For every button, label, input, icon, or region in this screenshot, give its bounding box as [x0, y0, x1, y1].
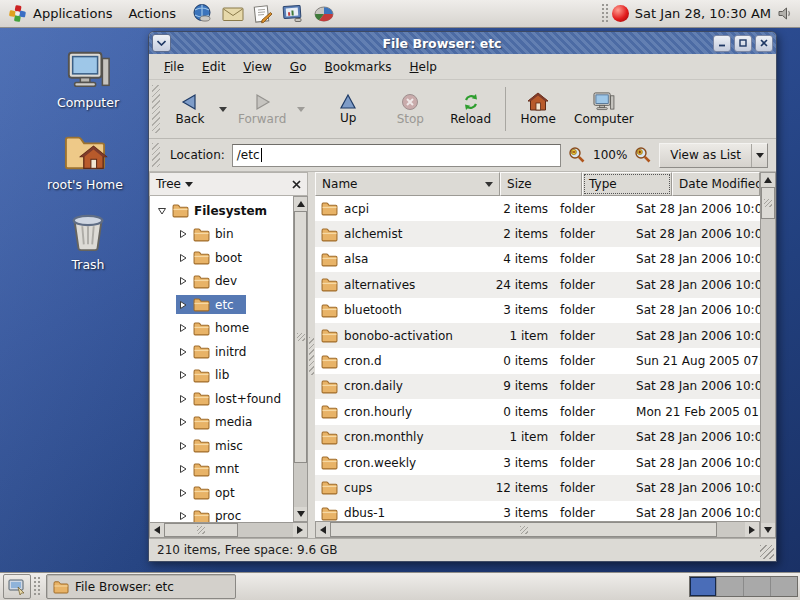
- file-row[interactable]: acpi 2 items folder Sat 28 Jan 2006 10:0…: [315, 196, 760, 221]
- workspace-3[interactable]: [743, 577, 770, 596]
- scrollbar-track[interactable]: [294, 463, 307, 507]
- menu-view[interactable]: View: [234, 56, 280, 78]
- scroll-up-button[interactable]: [294, 197, 307, 211]
- tree-item-lib[interactable]: lib: [150, 364, 293, 388]
- tree-item-filesystem[interactable]: Filesystem: [150, 199, 293, 223]
- scrollbar-thumb[interactable]: [330, 522, 717, 537]
- zoom-level[interactable]: 100%: [593, 148, 627, 162]
- column-header-date-modified[interactable]: Date Modified: [672, 172, 760, 196]
- expander-icon[interactable]: [178, 441, 188, 451]
- tree-item-home[interactable]: home: [150, 317, 293, 341]
- menu-help[interactable]: Help: [401, 56, 446, 78]
- sidebar-close-icon[interactable]: [292, 180, 301, 189]
- list-horizontal-scrollbar[interactable]: [315, 521, 760, 538]
- zoom-out-icon[interactable]: [568, 146, 586, 164]
- toolbar-drag-handle[interactable]: [152, 85, 160, 133]
- expander-icon[interactable]: [178, 511, 188, 521]
- tree-item-proc[interactable]: proc: [150, 505, 293, 523]
- view-mode-arrow[interactable]: [751, 144, 767, 167]
- file-row[interactable]: bonobo-activation 1 item folder Sat 28 J…: [315, 323, 760, 348]
- scrollbar-thumb[interactable]: [761, 187, 775, 219]
- scroll-down-button[interactable]: [761, 523, 775, 537]
- file-row[interactable]: alchemist 2 items folder Sat 28 Jan 2006…: [315, 221, 760, 246]
- show-desktop-button[interactable]: [3, 574, 31, 599]
- main-menu-actions[interactable]: Actions: [120, 0, 184, 27]
- tree-horizontal-scrollbar[interactable]: [149, 522, 308, 538]
- computer-button[interactable]: Computer: [565, 89, 643, 129]
- column-header-type[interactable]: Type: [582, 172, 672, 196]
- maximize-button[interactable]: [734, 35, 752, 52]
- expander-icon[interactable]: [178, 300, 188, 310]
- expander-icon[interactable]: [178, 229, 188, 239]
- workspace-4[interactable]: [770, 577, 797, 596]
- desktop-icon-computer[interactable]: Computer: [43, 50, 133, 110]
- sidebar-selector-arrow[interactable]: [185, 182, 193, 187]
- file-row[interactable]: cron.monthly 1 item folder Sat 28 Jan 20…: [315, 425, 760, 450]
- file-row[interactable]: alsa 4 items folder Sat 28 Jan 2006 10:0…: [315, 247, 760, 272]
- file-row[interactable]: cron.hourly 0 items folder Mon 21 Feb 20…: [315, 399, 760, 424]
- scroll-right-button[interactable]: [745, 522, 759, 537]
- scroll-down-button[interactable]: [294, 507, 307, 521]
- tree-item-dev[interactable]: dev: [150, 270, 293, 294]
- desktop-icon-roots-home[interactable]: root's Home: [40, 130, 130, 192]
- actions-menu-label[interactable]: Actions: [128, 6, 176, 21]
- redhat-menu-icon[interactable]: [8, 4, 27, 23]
- menu-bookmarks[interactable]: Bookmarks: [315, 56, 400, 78]
- up-button[interactable]: Up: [321, 90, 375, 128]
- tree-item-opt[interactable]: opt: [150, 481, 293, 505]
- expander-open-icon[interactable]: [157, 206, 167, 216]
- presentation-launcher-icon[interactable]: [282, 4, 304, 23]
- scroll-left-button[interactable]: [316, 522, 330, 537]
- menu-go[interactable]: Go: [281, 56, 316, 78]
- scroll-up-button[interactable]: [761, 173, 775, 187]
- back-button[interactable]: Back: [163, 90, 217, 129]
- expander-icon[interactable]: [178, 394, 188, 404]
- file-row[interactable]: cups 12 items folder Sat 28 Jan 2006 10:…: [315, 475, 760, 500]
- file-row[interactable]: alternatives 24 items folder Sat 28 Jan …: [315, 272, 760, 297]
- file-row[interactable]: cron.weekly 3 items folder Sat 28 Jan 20…: [315, 450, 760, 475]
- splitter-grip-icon[interactable]: [309, 337, 314, 375]
- expander-icon[interactable]: [178, 370, 188, 380]
- home-button[interactable]: Home: [511, 89, 565, 129]
- email-launcher-icon[interactable]: [222, 5, 244, 23]
- column-header-size[interactable]: Size: [500, 172, 582, 196]
- scrollbar-track[interactable]: [761, 219, 775, 523]
- web-browser-launcher-icon[interactable]: [192, 3, 213, 24]
- pane-splitter[interactable]: [308, 172, 315, 538]
- tree-vertical-scrollbar[interactable]: [293, 196, 308, 522]
- close-button[interactable]: [755, 35, 773, 52]
- workspace-2[interactable]: [716, 577, 743, 596]
- column-header-name[interactable]: Name: [315, 172, 500, 196]
- file-row[interactable]: cron.daily 9 items folder Sat 28 Jan 200…: [315, 374, 760, 399]
- window-menu-button[interactable]: [152, 34, 171, 52]
- titlebar[interactable]: File Browser: etc: [149, 32, 776, 54]
- applet-drag-handle[interactable]: [602, 4, 609, 23]
- clock-applet[interactable]: Sat Jan 28, 10:30 AM: [635, 6, 771, 21]
- tree-item-misc[interactable]: misc: [150, 434, 293, 458]
- scroll-left-button[interactable]: [150, 523, 164, 537]
- scroll-right-button[interactable]: [293, 523, 307, 537]
- scrollbar-track[interactable]: [717, 522, 745, 537]
- applications-menu-label[interactable]: Applications: [33, 6, 112, 21]
- alert-notification-icon[interactable]: [612, 5, 629, 22]
- expander-icon[interactable]: [178, 417, 188, 427]
- minimize-button[interactable]: [713, 35, 731, 52]
- location-input[interactable]: /etc: [232, 144, 561, 167]
- back-dropdown-arrow[interactable]: [219, 107, 227, 112]
- tree-item-etc[interactable]: etc: [150, 293, 293, 317]
- desktop-icon-trash[interactable]: Trash: [43, 210, 133, 272]
- main-menu-applications[interactable]: Applications: [0, 0, 120, 27]
- expander-icon[interactable]: [178, 464, 188, 474]
- tree-item-media[interactable]: media: [150, 411, 293, 435]
- reload-button[interactable]: Reload: [441, 90, 500, 129]
- file-row[interactable]: bluetooth 3 items folder Sat 28 Jan 2006…: [315, 298, 760, 323]
- tree-item-bin[interactable]: bin: [150, 223, 293, 247]
- spreadsheet-launcher-icon[interactable]: [313, 5, 335, 23]
- workspace-1[interactable]: [690, 577, 716, 596]
- volume-icon[interactable]: [777, 5, 794, 22]
- task-button-file-browser[interactable]: File Browser: etc: [46, 574, 236, 599]
- tree-item-initrd[interactable]: initrd: [150, 340, 293, 364]
- expander-icon[interactable]: [178, 323, 188, 333]
- tasklist-drag-handle[interactable]: [34, 577, 41, 596]
- view-mode-dropdown[interactable]: View as List: [659, 143, 768, 168]
